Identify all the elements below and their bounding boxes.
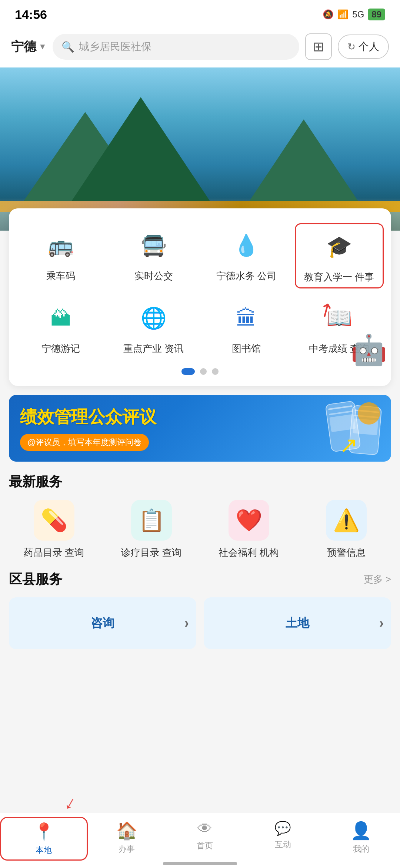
- quick-item-water[interactable]: 💧宁德水务 公司: [202, 223, 291, 288]
- circle-decoration: [358, 402, 380, 425]
- interact-icon: 💬: [274, 821, 291, 836]
- search-placeholder: 城乡居民医社保: [79, 40, 151, 54]
- service-item-diagnosis[interactable]: 📋诊疗目录 查询: [106, 500, 196, 559]
- library-label: 图书馆: [232, 342, 261, 355]
- dot-3: [212, 368, 219, 375]
- banner-subtitle-text: @评议员，填写本年度测评问卷: [27, 438, 141, 447]
- district-header: 区县服务 更多 >: [9, 570, 391, 588]
- scan-button[interactable]: ⊞: [305, 33, 332, 60]
- quick-item-tour[interactable]: 🏔宁德游记: [16, 296, 106, 359]
- welfare-icon-wrap: ❤️: [229, 500, 269, 541]
- district-title: 区县服务: [9, 570, 62, 588]
- latest-services-section: 最新服务 💊药品目录 查询📋诊疗目录 查询❤️社会福利 机构⚠️预警信息: [9, 473, 391, 559]
- quick-access-grid: 🚌乘车码🚍实时公交💧宁德水务 公司🎓教育入学一 件事🏔宁德游记🌐重点产业 资讯🏛…: [16, 223, 384, 359]
- quick-item-realtime-bus[interactable]: 🚍实时公交: [109, 223, 199, 288]
- dot-2: [200, 368, 207, 375]
- library-icon: 🏛: [228, 300, 265, 337]
- realtime-bus-icon: 🚍: [135, 227, 172, 264]
- bus-code-label: 乘车码: [46, 269, 75, 283]
- quick-access-card: 🚌乘车码🚍实时公交💧宁德水务 公司🎓教育入学一 件事🏔宁德游记🌐重点产业 资讯🏛…: [9, 208, 391, 386]
- medicine-label: 药品目录 查询: [24, 546, 84, 559]
- nav-item-interact[interactable]: 💬 互动: [244, 821, 322, 857]
- refresh-icon: ↻: [347, 41, 356, 53]
- interact-label: 互动: [275, 839, 291, 850]
- home-label: 首页: [197, 840, 213, 851]
- nav-item-home[interactable]: 👁 首页: [166, 821, 244, 857]
- status-icons: 🔕 📶 5G 89: [323, 9, 385, 20]
- water-label: 宁德水务 公司: [216, 269, 277, 283]
- battery-badge: 89: [368, 9, 385, 20]
- page-dots: [16, 368, 384, 375]
- service-item-warning[interactable]: ⚠️预警信息: [301, 500, 391, 559]
- bus-code-icon: 🚌: [42, 227, 79, 264]
- education-icon: 🎓: [321, 228, 358, 265]
- local-icon: 📍: [33, 822, 54, 842]
- quick-item-industry[interactable]: 🌐重点产业 资讯: [109, 296, 199, 359]
- home-indicator: [163, 862, 237, 865]
- network-label: 5G: [352, 9, 364, 20]
- district-services-section: 区县服务 更多 > 咨询土地: [9, 570, 391, 649]
- banner-subtitle-wrap: @评议员，填写本年度测评问卷: [20, 434, 149, 451]
- land-label: 土地: [286, 615, 309, 631]
- latest-services-title: 最新服务: [9, 473, 62, 491]
- tour-icon: 🏔: [42, 300, 79, 337]
- header: 宁德 ▼ 🔍 城乡居民医社保 ⊞ ↻ 个人: [0, 26, 400, 67]
- warning-label: 预警信息: [327, 546, 366, 559]
- mascot-character: 🤖: [350, 333, 387, 367]
- local-label: 本地: [36, 845, 52, 856]
- banner[interactable]: 绩效管理公众评议 @评议员，填写本年度测评问卷 ↗: [9, 395, 391, 462]
- search-bar[interactable]: 🔍 城乡居民医社保: [53, 34, 299, 60]
- service-item-welfare[interactable]: ❤️社会福利 机构: [204, 500, 294, 559]
- industry-label: 重点产业 资讯: [123, 342, 184, 355]
- status-bar: 14:56 🔕 📶 5G 89: [0, 0, 400, 26]
- quick-item-education[interactable]: 🎓教育入学一 件事: [295, 223, 384, 288]
- service-label: 办事: [119, 844, 135, 855]
- quick-item-bus-code[interactable]: 🚌乘车码: [16, 223, 106, 288]
- city-name: 宁德: [11, 38, 36, 55]
- nav-item-service[interactable]: 🏠 办事: [88, 821, 166, 857]
- search-icon: 🔍: [61, 41, 74, 53]
- water-icon: 💧: [228, 227, 265, 264]
- diagnosis-icon-wrap: 📋: [131, 500, 172, 541]
- hero-image: [0, 67, 400, 231]
- diagnosis-label: 诊疗目录 查询: [121, 546, 181, 559]
- district-card-consulting[interactable]: 咨询: [9, 597, 196, 649]
- service-item-medicine[interactable]: 💊药品目录 查询: [9, 500, 99, 559]
- warning-icon-wrap: ⚠️: [326, 500, 367, 541]
- mountain-shape-3: [244, 119, 363, 208]
- consulting-label: 咨询: [91, 615, 114, 631]
- scan-icon: ⊞: [313, 39, 324, 55]
- education-label: 教育入学一 件事: [304, 270, 374, 284]
- welfare-label: 社会福利 机构: [219, 546, 279, 559]
- medicine-icon-wrap: 💊: [34, 500, 74, 541]
- mine-label: 我的: [353, 844, 369, 855]
- profile-button[interactable]: ↻ 个人: [338, 34, 389, 59]
- home-icon: 👁: [197, 821, 212, 837]
- dot-1: [181, 368, 195, 375]
- quick-item-library[interactable]: 🏛图书馆: [202, 296, 291, 359]
- profile-label: 个人: [359, 40, 379, 54]
- mountain-shape-2: [67, 97, 215, 208]
- industry-icon: 🌐: [135, 300, 172, 337]
- nav-item-local[interactable]: 📍 本地 ↓: [0, 817, 88, 861]
- realtime-bus-label: 实时公交: [134, 269, 173, 283]
- banner-text: 绩效管理公众评议 @评议员，填写本年度测评问卷: [20, 406, 276, 451]
- service-icon: 🏠: [116, 821, 137, 841]
- latest-services-grid: 💊药品目录 查询📋诊疗目录 查询❤️社会福利 机构⚠️预警信息: [9, 500, 391, 559]
- district-more-button[interactable]: 更多 >: [364, 573, 391, 586]
- signal-bars: 📶: [337, 9, 349, 20]
- arrow-up-icon: ↗: [339, 432, 358, 458]
- mine-icon: 👤: [350, 821, 371, 841]
- banner-title: 绩效管理公众评议: [20, 406, 276, 429]
- district-cards-grid: 咨询土地: [9, 597, 391, 649]
- chevron-down-icon: ▼: [39, 42, 47, 52]
- city-selector[interactable]: 宁德 ▼: [11, 38, 47, 55]
- banner-graphic: ↗: [276, 399, 380, 458]
- bottom-navigation: 📍 本地 ↓ 🏠 办事 👁 首页 💬 互动 👤 我的: [0, 813, 400, 868]
- nav-item-mine[interactable]: 👤 我的: [322, 821, 400, 857]
- red-arrow-nav: ↓: [61, 791, 80, 815]
- bell-icon: 🔕: [323, 9, 334, 20]
- status-time: 14:56: [15, 7, 47, 22]
- district-card-land[interactable]: 土地: [204, 597, 391, 649]
- latest-services-header: 最新服务: [9, 473, 391, 491]
